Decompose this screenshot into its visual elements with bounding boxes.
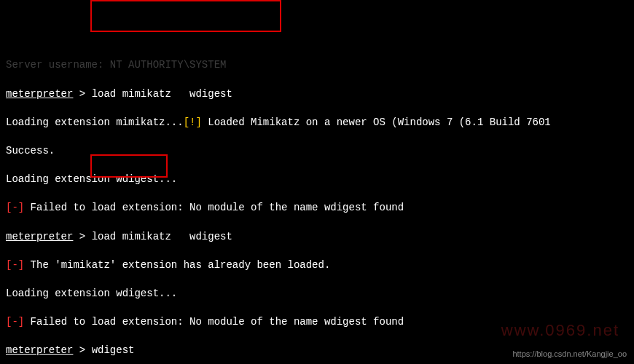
prompt-sep: > xyxy=(73,344,91,356)
command-input[interactable]: load mimikatz wdigest xyxy=(92,231,232,242)
prompt-sep: > xyxy=(73,231,91,242)
error-icon: [-] xyxy=(6,316,24,328)
output-line: Success. xyxy=(6,144,628,159)
warn-icon: [!] xyxy=(184,116,202,128)
prompt: meterpreter xyxy=(6,231,73,242)
output-line: [-] The 'mimikatz' extension has already… xyxy=(6,258,628,273)
highlight-box-1 xyxy=(90,0,281,32)
output-line: Loading extension mimikatz...[!] Loaded … xyxy=(6,116,628,130)
loaded-text: Loaded Mimikatz on a newer OS (Windows 7… xyxy=(202,116,551,128)
error-text: Failed to load extension: No module of t… xyxy=(24,316,404,328)
output-line: [-] Failed to load extension: No module … xyxy=(6,201,628,215)
error-text: Failed to load extension: No module of t… xyxy=(24,202,404,213)
error-icon: [-] xyxy=(6,202,24,213)
prompt-line-2[interactable]: meterpreter > load mimikatz wdigest xyxy=(6,230,628,245)
output-line: Loading extension wdigest... xyxy=(6,287,628,301)
command-input[interactable]: wdigest xyxy=(92,344,135,356)
prompt: meterpreter xyxy=(6,344,73,356)
cut-line: Server username: NT AUTHORITY\SYSTEM xyxy=(6,58,628,73)
loading-text: Loading extension mimikatz... xyxy=(6,116,184,128)
error-icon: [-] xyxy=(6,259,24,271)
background-watermark: www.0969.net xyxy=(501,320,619,342)
output-line: Loading extension wdigest... xyxy=(6,173,628,187)
prompt-line-1[interactable]: meterpreter > load mimikatz wdigest xyxy=(6,87,628,102)
prompt-sep: > xyxy=(73,88,91,100)
prompt: meterpreter xyxy=(6,88,73,100)
command-input[interactable]: load mimikatz wdigest xyxy=(92,88,232,100)
already-text: The 'mimikatz' extension has already bee… xyxy=(24,259,330,271)
source-watermark: https://blog.csdn.net/Kangjie_oo xyxy=(512,349,627,360)
